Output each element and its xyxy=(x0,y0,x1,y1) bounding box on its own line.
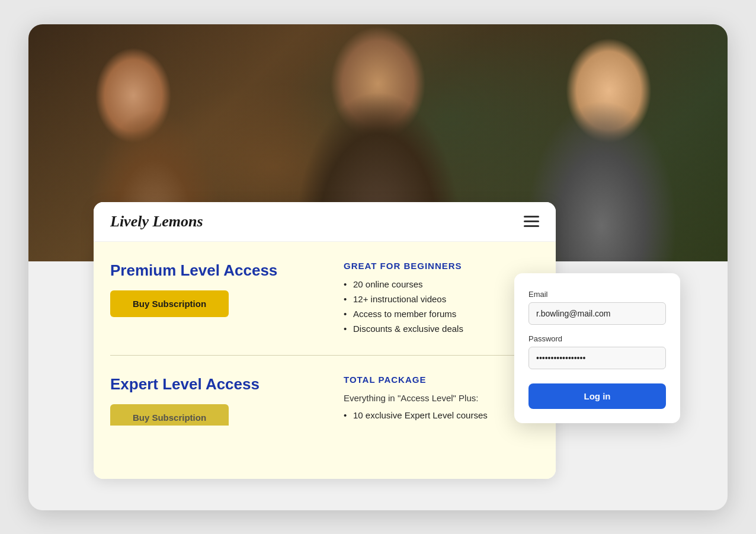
premium-right: GREAT FOR BEGINNERS 20 online courses 12… xyxy=(325,261,539,355)
premium-row: Premium Level Access Buy Subscription GR… xyxy=(110,261,539,355)
email-group: Email xyxy=(528,290,666,325)
feature-item: 12+ instructional videos xyxy=(344,294,539,304)
hamburger-line-3 xyxy=(524,225,539,227)
outer-frame: Lively Lemons Premium Level Access Buy S… xyxy=(28,24,728,510)
expert-feature-item: 10 exclusive Expert Level courses xyxy=(344,410,539,420)
expert-buy-button[interactable]: Buy Subscription xyxy=(110,404,229,426)
premium-left: Premium Level Access Buy Subscription xyxy=(110,261,325,355)
email-label: Email xyxy=(528,290,666,299)
hamburger-menu[interactable] xyxy=(524,216,539,227)
expert-package-desc: Everything in "Access Level" Plus: xyxy=(344,393,539,403)
content-area: Premium Level Access Buy Subscription GR… xyxy=(94,242,556,479)
premium-title: Premium Level Access xyxy=(110,261,325,280)
password-label: Password xyxy=(528,334,666,343)
feature-item: Access to member forums xyxy=(344,309,539,319)
email-input[interactable] xyxy=(528,302,666,325)
expert-title: Expert Level Access xyxy=(110,375,315,394)
premium-features-list: 20 online courses 12+ instructional vide… xyxy=(344,279,539,334)
password-input[interactable] xyxy=(528,347,666,369)
expert-features-list: 10 exclusive Expert Level courses xyxy=(344,410,539,420)
feature-item: 20 online courses xyxy=(344,279,539,289)
hamburger-line-1 xyxy=(524,216,539,218)
premium-features-label: GREAT FOR BEGINNERS xyxy=(344,261,539,271)
password-group: Password xyxy=(528,334,666,369)
section-divider xyxy=(110,355,539,356)
feature-item: Discounts & exclusive deals xyxy=(344,324,539,334)
navbar: Lively Lemons xyxy=(94,202,556,242)
expert-row: Expert Level Access Buy Subscription TOT… xyxy=(110,372,539,426)
expert-package-label: TOTAL PACKAGE xyxy=(344,375,539,385)
login-card: Email Password Log in xyxy=(514,273,680,423)
premium-buy-button[interactable]: Buy Subscription xyxy=(110,290,229,317)
hamburger-line-2 xyxy=(524,220,539,222)
expert-left: Expert Level Access Buy Subscription xyxy=(110,375,325,426)
expert-right: TOTAL PACKAGE Everything in "Access Leve… xyxy=(325,375,539,426)
login-button[interactable]: Log in xyxy=(528,383,666,409)
brand-logo: Lively Lemons xyxy=(110,213,203,231)
main-website-card: Lively Lemons Premium Level Access Buy S… xyxy=(94,202,556,479)
